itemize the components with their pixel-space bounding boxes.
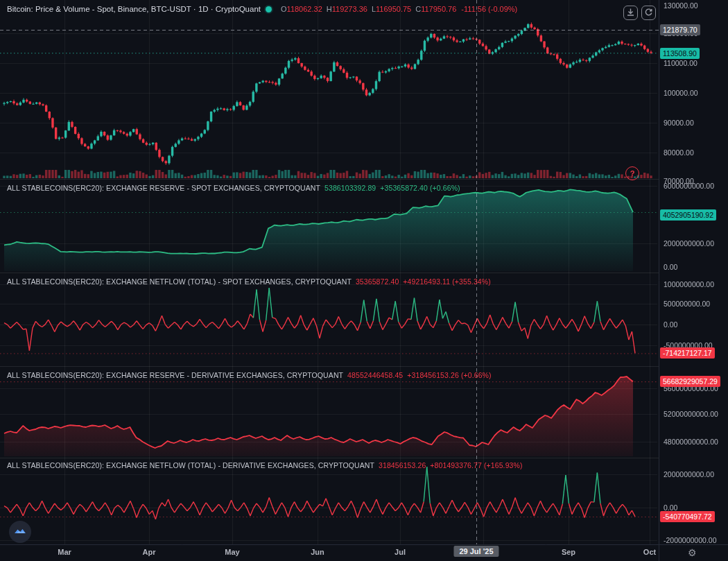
pane-title-netflow-spot: ALL STABLECOINS(ERC20): EXCHANGE NETFLOW…: [7, 277, 491, 286]
pane-change: +35365872.40 (+0.66%): [380, 184, 460, 192]
pane-title-reserve-deriv: ALL STABLECOINS(ERC20): EXCHANGE RESERVE…: [7, 371, 492, 379]
help-label: ?: [630, 169, 635, 178]
pane-value: 48552446458.45: [347, 371, 403, 379]
axis-tick-label: 2000000000.00: [664, 470, 714, 478]
price-axis-panel[interactable]: 130000.00120000.00110000.00100000.009000…: [659, 0, 728, 544]
cryptoquant-chart-app: Bitcoin: Price & Volume - Spot, Binance,…: [0, 0, 728, 561]
chart-title: Bitcoin: Price & Volume - Spot, Binance,…: [7, 5, 261, 13]
axis-price-badge: 113508.90: [660, 48, 700, 59]
ohlc-key: C: [415, 5, 421, 13]
month-label: Mar: [58, 548, 71, 556]
pane-title-text: ALL STABLECOINS(ERC20): EXCHANGE RESERVE…: [7, 371, 343, 379]
pane-title-text: ALL STABLECOINS(ERC20): EXCHANGE NETFLOW…: [7, 461, 374, 469]
axis-tick-label: 0.00: [664, 320, 677, 329]
axis-price-badge: -714217127.17: [660, 347, 715, 359]
axis-tick-label: 1000000000.00: [664, 280, 714, 288]
month-label: May: [225, 548, 239, 556]
month-label: Oct: [643, 548, 656, 556]
axis-tick-label: 6000000000.00: [664, 182, 714, 190]
axis-price-badge: -540770497.72: [660, 511, 715, 522]
ohlc-key: O: [281, 5, 287, 13]
cryptoquant-logo[interactable]: [9, 521, 31, 543]
pane-change: +801493376.77 (+165.93%): [430, 461, 522, 469]
ohlc-value: 119273.36: [332, 5, 367, 13]
axis-tick-label: 80000.00: [664, 148, 694, 157]
pane-change: +49216493.11 (+355.34%): [403, 277, 490, 286]
month-label: Apr: [143, 548, 156, 556]
pane-value: 318456153.26: [379, 461, 426, 469]
download-icon: [627, 8, 634, 18]
axis-tick-label: 500000000.00: [664, 300, 710, 308]
ohlc-value: 117950.76: [421, 5, 456, 13]
chart-header: Bitcoin: Price & Volume - Spot, Binance,…: [7, 5, 517, 13]
refresh-icon: [645, 8, 652, 18]
refresh-button[interactable]: [641, 6, 656, 20]
axis-tick-label: 130000.00: [664, 1, 698, 10]
pane-change: +318456153.26 (+0.66%): [407, 371, 491, 379]
price-change: -111.56 (-0.09%): [461, 5, 517, 13]
axis-tick-label: 0.00: [664, 263, 677, 271]
pane-title-text: ALL STABLECOINS(ERC20): EXCHANGE NETFLOW…: [7, 277, 352, 286]
axis-tick-label: 90000.00: [664, 119, 694, 127]
pane-title-netflow-deriv: ALL STABLECOINS(ERC20): EXCHANGE NETFLOW…: [7, 461, 523, 469]
pane-title-text: ALL STABLECOINS(ERC20): EXCHANGE RESERVE…: [7, 184, 320, 192]
axis-tick-label: 100000.00: [664, 89, 698, 97]
ohlc-key: H: [327, 5, 332, 13]
pane-value: 35365872.40: [356, 277, 399, 286]
time-axis[interactable]: ⚙ MarAprMayJunJulSepOct29 Jul '25: [0, 544, 728, 561]
header-buttons: [623, 6, 656, 20]
axis-tick-label: 110000.00: [664, 59, 697, 67]
ohlc-value: 118062.32: [287, 5, 322, 13]
settings-gear-icon[interactable]: ⚙: [684, 546, 701, 559]
axis-price-badge: 121879.70: [660, 24, 700, 35]
crosshair-date-badge: 29 Jul '25: [453, 546, 499, 557]
mountain-logo-icon: [14, 525, 26, 540]
axis-tick-label: 52000000000.00: [664, 410, 718, 418]
cryptoquant-dot-icon: [266, 6, 272, 12]
help-button[interactable]: ?: [625, 166, 639, 180]
axis-tick-label: -2000000000.00: [664, 536, 717, 544]
month-label: Jun: [311, 548, 324, 556]
ohlc-value: 116950.75: [376, 5, 411, 13]
axis-tick-label: 2000000000.00: [664, 239, 714, 248]
download-button[interactable]: [623, 6, 638, 20]
pane-title-reserve-spot: ALL STABLECOINS(ERC20): EXCHANGE RESERVE…: [7, 184, 460, 192]
ohlc-readout: O118062.32H119273.36L116950.75C117950.76: [281, 5, 456, 13]
axis-tick-label: 48000000000.00: [664, 438, 718, 446]
axis-price-badge: 56682929057.29: [660, 376, 720, 387]
pane-value: 5386103392.89: [324, 184, 376, 192]
month-label: Jul: [395, 548, 406, 556]
axis-price-badge: 4052905190.92: [660, 209, 716, 221]
month-label: Sep: [562, 548, 575, 556]
